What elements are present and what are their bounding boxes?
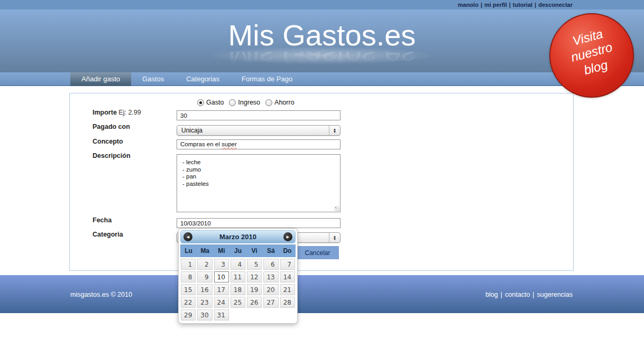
calendar-day-header: Ma — [197, 244, 213, 257]
calendar-day[interactable]: 12 — [247, 271, 262, 282]
tab-añadir-gasto[interactable]: Añadir gasto — [70, 72, 131, 86]
calendar-day[interactable]: 6 — [263, 259, 278, 270]
calendar-day[interactable]: 11 — [231, 271, 245, 282]
datepicker-header: ◀ Marzo 2010 ▶ — [180, 230, 296, 243]
calendar-day[interactable]: 22 — [181, 297, 196, 308]
calendar-day[interactable]: 24 — [214, 297, 229, 308]
concepto-value: Compras en el — [180, 141, 222, 147]
importe-input[interactable] — [177, 110, 341, 120]
calendar-day[interactable]: 18 — [231, 284, 245, 295]
calendar-day[interactable]: 28 — [280, 297, 295, 308]
resize-handle-icon[interactable] — [335, 206, 339, 211]
calendar-day[interactable]: 1 — [181, 259, 196, 270]
calendar-day[interactable]: 26 — [247, 297, 262, 308]
pagado-con-select[interactable]: Unicaja ▲▼ — [177, 125, 341, 136]
pagado-con-label: Pagado con — [93, 123, 130, 130]
calendar-prev-button[interactable]: ◀ — [183, 232, 192, 241]
importe-label-text: Importe — [93, 109, 117, 116]
topbar-link[interactable]: manolo — [458, 2, 479, 8]
topbar-links: manolo|mi perfil|tutorial|desconectar — [458, 0, 573, 10]
tab-formas-de-pago[interactable]: Formas de Pago — [231, 72, 303, 86]
radio-label: Ingreso — [238, 99, 260, 106]
importe-hint: Ej: 2.99 — [118, 109, 141, 116]
separator: | — [507, 2, 513, 8]
calendar-day-header: Vi — [246, 244, 263, 257]
navbar: Añadir gastoGastosCategoriasFormas de Pa… — [0, 72, 644, 86]
footer-link[interactable]: blog — [485, 291, 498, 298]
separator: | — [530, 291, 537, 298]
calendar-day[interactable]: 15 — [181, 284, 196, 295]
datepicker-popup: ◀ Marzo 2010 ▶ LuMaMiJuViSáDo 1234567891… — [178, 228, 298, 324]
calendar-day[interactable]: 4 — [231, 259, 245, 270]
calendar-day[interactable]: 27 — [263, 297, 278, 308]
calendar-day[interactable]: 29 — [181, 309, 196, 321]
calendar-day[interactable]: 13 — [263, 271, 278, 282]
radio-label: Gasto — [206, 99, 224, 106]
entry-type-radio-group: GastoIngresoAhorro — [197, 99, 300, 106]
calendar-day[interactable]: 21 — [280, 284, 295, 295]
calendar-day[interactable]: 23 — [197, 297, 212, 308]
footer-link[interactable]: contacto — [505, 291, 530, 298]
concepto-label: Concepto — [93, 138, 123, 145]
calendar-day[interactable]: 25 — [231, 297, 245, 308]
cancel-button[interactable]: Cancelar — [296, 246, 339, 259]
chevron-left-icon: ◀ — [183, 232, 192, 241]
topbar-link[interactable]: desconectar — [538, 2, 573, 8]
calendar-next-button[interactable]: ▶ — [283, 232, 292, 241]
calendar-day[interactable]: 3 — [214, 259, 229, 270]
footer-links: blog|contacto|sugerencias — [485, 291, 573, 298]
separator: | — [532, 2, 538, 8]
calendar-day[interactable]: 19 — [247, 284, 262, 295]
fecha-input[interactable] — [177, 218, 341, 228]
separator: | — [479, 2, 484, 8]
topbar-link[interactable]: mi perfil — [484, 2, 507, 8]
calendar-day[interactable]: 5 — [247, 259, 262, 270]
topbar: manolo|mi perfil|tutorial|desconectar — [0, 0, 644, 10]
blog-badge[interactable]: Visitanuestroblog — [549, 13, 634, 98]
descripcion-field-wrap: - leche - zumo - pan - pasteles — [177, 154, 341, 212]
separator: | — [498, 291, 505, 298]
calendar-day[interactable]: 10 — [214, 271, 229, 282]
categoria-label: Categoria — [93, 231, 123, 238]
footer-copyright: misgastos.es © 2010 — [70, 291, 132, 298]
radio-gasto[interactable] — [197, 99, 204, 106]
calendar-day-header: Sá — [263, 244, 279, 257]
blog-badge-text: Visitanuestroblog — [546, 19, 637, 85]
calendar-day[interactable]: 17 — [214, 284, 229, 295]
concepto-input[interactable]: Compras en el super — [177, 139, 341, 149]
calendar-day[interactable]: 8 — [181, 271, 196, 282]
descripcion-textarea[interactable]: - leche - zumo - pan - pasteles — [177, 155, 340, 212]
chevron-down-icon: ▼ — [333, 130, 336, 134]
chevron-right-icon: ▶ — [283, 232, 292, 241]
site-title-reflection: Mis Gastos.es — [0, 52, 644, 73]
pagado-con-value: Unicaja — [177, 126, 329, 135]
radio-ahorro[interactable] — [265, 99, 272, 106]
radio-ingreso[interactable] — [229, 99, 236, 106]
calendar-month-title: Marzo 2010 — [181, 231, 295, 243]
calendar-day[interactable]: 31 — [214, 309, 229, 321]
topbar-link[interactable]: tutorial — [513, 2, 532, 8]
calendar-day-header: Mi — [213, 244, 229, 257]
footer: misgastos.es © 2010 blog|contacto|sugere… — [0, 275, 644, 313]
calendar-day[interactable]: 9 — [197, 271, 212, 282]
importe-label: Importe Ej: 2.99 — [93, 109, 141, 116]
calendar-day[interactable]: 2 — [197, 259, 212, 270]
calendar-day-header: Do — [279, 244, 296, 257]
calendar-day[interactable]: 20 — [263, 284, 278, 295]
select-stepper-icon: ▲▼ — [329, 126, 340, 135]
chevron-down-icon: ▼ — [333, 238, 336, 241]
calendar-day-header: Lu — [180, 244, 197, 257]
select-stepper-icon: ▲▼ — [329, 233, 340, 242]
descripcion-label: Descripción — [93, 152, 131, 159]
footer-link[interactable]: sugerencias — [537, 291, 573, 298]
concepto-misspelled-word: super — [222, 141, 237, 147]
radio-label: Ahorro — [274, 99, 295, 106]
page: manolo|mi perfil|tutorial|desconectar Mi… — [0, 0, 644, 358]
calendar-day[interactable]: 14 — [280, 271, 295, 282]
tab-gastos[interactable]: Gastos — [131, 72, 175, 86]
calendar-day[interactable]: 16 — [197, 284, 212, 295]
calendar-day[interactable]: 30 — [197, 309, 212, 321]
calendar-day[interactable]: 7 — [280, 259, 295, 270]
calendar-day-headers: LuMaMiJuViSáDo — [180, 244, 296, 257]
tab-categorias[interactable]: Categorias — [175, 72, 231, 86]
